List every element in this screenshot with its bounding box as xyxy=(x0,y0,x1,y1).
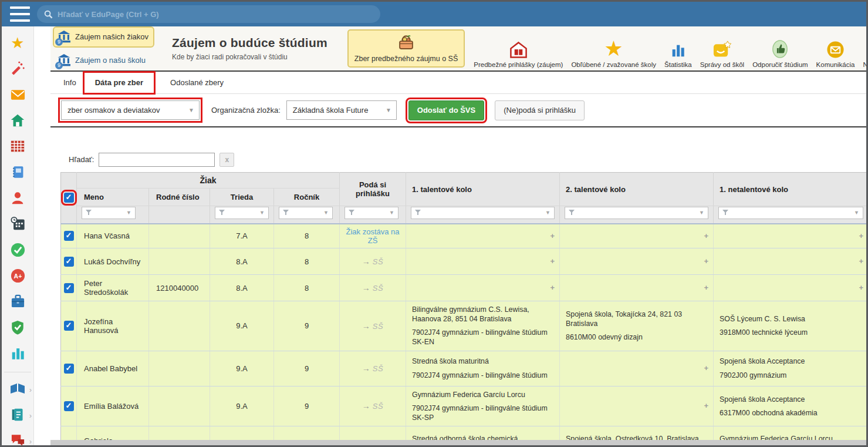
global-search-input[interactable] xyxy=(58,10,373,19)
kolo3-cell[interactable]: Spojená škola Acceptance6317M00 obchodná… xyxy=(714,386,866,426)
filter-meno[interactable]: ▼ xyxy=(77,206,149,224)
add-icon[interactable]: + xyxy=(704,231,708,241)
col-header-rodne-cislo[interactable]: Rodné číslo xyxy=(149,189,210,206)
col-header-meno[interactable]: Meno xyxy=(77,189,149,206)
col-header-kolo1[interactable]: 1. talentové kolo xyxy=(406,173,560,206)
clear-search-icon[interactable]: x xyxy=(219,153,234,167)
tool-communication[interactable]: Komunikácia xyxy=(816,29,855,68)
substitution-person-icon[interactable] xyxy=(9,190,26,206)
tool-collect-preliminary-interest[interactable]: Zber predbežného záujmu o SŠ xyxy=(347,29,465,68)
calendar-clock-icon[interactable] xyxy=(9,216,26,232)
col-header-kolo2[interactable]: 2. talentové kolo xyxy=(560,173,714,206)
row-checkbox[interactable] xyxy=(64,321,74,331)
status-ss[interactable]: →SŠ xyxy=(340,301,406,351)
filter-kolo1[interactable]: ▼ xyxy=(406,206,560,224)
status-ss[interactable]: →SŠ xyxy=(340,351,406,386)
kolo2-cell[interactable]: + xyxy=(560,386,714,426)
tool-label: Nastavenia xyxy=(863,61,866,68)
filter-kolo3[interactable]: ▼ xyxy=(714,206,866,224)
row-checkbox[interactable] xyxy=(64,231,74,241)
status-stays-link[interactable]: Žiak zostáva na ZŠ xyxy=(346,227,399,245)
kolo3-cell[interactable]: + xyxy=(714,248,866,275)
tab-info[interactable]: Info xyxy=(54,74,86,92)
kolo2-cell[interactable]: + xyxy=(560,275,714,301)
home-icon[interactable] xyxy=(9,112,26,129)
discussion-bubbles-icon[interactable]: › xyxy=(9,432,26,445)
add-icon[interactable]: + xyxy=(704,364,708,374)
horizontal-scrollbar[interactable] xyxy=(50,440,866,445)
kolo3-cell[interactable]: Spojená škola Acceptance7902J00 gymnáziu… xyxy=(714,351,866,386)
filter-poda[interactable]: ▼ xyxy=(340,206,406,224)
kolo3-cell[interactable]: SOŠ Lýceum C. S. Lewisa3918M00 technické… xyxy=(714,301,866,351)
kolo1-cell[interactable]: Stredná škola maturitná7902J74 gymnázium… xyxy=(406,351,560,386)
kolo3-cell[interactable]: + xyxy=(714,224,866,248)
filter-kolo2[interactable]: ▼ xyxy=(560,206,714,224)
status-ss[interactable]: →SŠ xyxy=(340,386,406,426)
library-book-icon[interactable]: › xyxy=(9,381,26,397)
tab-odoslane-zbery[interactable]: Odoslané zbery xyxy=(161,74,233,92)
magic-wand-icon[interactable] xyxy=(9,61,26,77)
row-checkbox[interactable] xyxy=(64,257,74,267)
tab-data-pre-zber[interactable]: Dáta pre zber xyxy=(86,74,153,92)
add-icon[interactable]: + xyxy=(550,283,555,293)
add-icon[interactable]: + xyxy=(550,257,555,267)
mail-icon[interactable] xyxy=(9,86,26,103)
add-icon[interactable]: + xyxy=(704,283,708,293)
send-to-svs-button[interactable]: Odoslať do ŠVS xyxy=(408,100,484,120)
add-icon[interactable]: + xyxy=(859,257,863,267)
kolo1-cell[interactable]: + xyxy=(406,248,560,275)
kolo2-cell[interactable]: + xyxy=(560,248,714,275)
kolo2-cell[interactable]: Spojená škola, Tokajícka 24, 821 03 Brat… xyxy=(560,301,714,351)
global-search[interactable] xyxy=(37,5,380,23)
attendance-check-icon[interactable] xyxy=(9,241,26,258)
kolo2-cell[interactable]: + xyxy=(560,351,714,386)
col-header-poda[interactable]: Podá si prihlášku xyxy=(340,173,406,206)
statistics-bars-icon[interactable] xyxy=(9,345,26,361)
select-all-checkbox[interactable] xyxy=(64,193,74,203)
tool-favorite-schools[interactable]: ★ Obľúbené / zvažované školy xyxy=(571,29,656,68)
kolo1-cell[interactable]: Bilingválne gymnázium C.S. Lewisa, Haano… xyxy=(406,301,560,351)
add-icon[interactable]: + xyxy=(550,231,555,241)
grade-cell: 8 xyxy=(274,275,340,301)
tool-preliminary-applications[interactable]: Predbežné prihlášky (záujem) xyxy=(474,29,563,68)
add-icon[interactable]: + xyxy=(859,283,863,293)
add-icon[interactable]: + xyxy=(859,231,863,241)
notebook-icon[interactable] xyxy=(9,164,26,180)
shield-check-icon[interactable] xyxy=(9,319,26,335)
kolo1-cell[interactable]: + xyxy=(406,275,560,301)
tool-settings[interactable]: ⚙⚙ Nastavenia xyxy=(863,29,866,68)
col-header-trieda[interactable]: Trieda xyxy=(210,189,274,206)
reports-doc-icon[interactable]: › xyxy=(9,406,26,423)
nav-our-students-interest[interactable]: 9 Záujem našich žiakov xyxy=(53,26,154,48)
timetable-grid-icon[interactable] xyxy=(9,138,26,154)
kolo1-cell[interactable]: Gymnázium Federica Garcíu Lorcu7902J74 g… xyxy=(406,386,560,426)
col-header-kolo3[interactable]: 1. netalentové kolo xyxy=(714,173,866,206)
tool-recommend-study[interactable]: Odporučiť štúdium xyxy=(752,29,808,68)
row-checkbox[interactable] xyxy=(64,283,74,293)
row-checkbox[interactable] xyxy=(64,364,74,374)
student-name: Jozefína Hanusová xyxy=(77,301,149,351)
add-icon[interactable]: + xyxy=(704,257,708,267)
filter-rocnik[interactable]: ▼ xyxy=(274,206,340,224)
tool-messages-from-schools[interactable]: Správy od škôl xyxy=(700,29,744,68)
row-checkbox[interactable] xyxy=(64,401,74,411)
optout-application-button[interactable]: (Ne)podá si prihlášku xyxy=(495,100,585,120)
collection-select[interactable]: zber osmakov a deviatakov ▼ xyxy=(61,100,200,120)
briefcase-icon[interactable] xyxy=(9,293,26,310)
add-icon[interactable]: + xyxy=(704,401,708,411)
nav-interest-in-our-school[interactable]: 9 Záujem o našu školu xyxy=(53,50,154,71)
org-unit-select[interactable]: Základná škola Future ▼ xyxy=(286,100,397,120)
grades-aplus-icon[interactable]: A+ xyxy=(9,267,26,284)
kolo2-cell[interactable]: + xyxy=(560,224,714,248)
table-search-input[interactable] xyxy=(99,153,215,167)
filter-trieda[interactable]: ▼ xyxy=(210,206,274,224)
status-ss[interactable]: →SŠ xyxy=(340,248,406,275)
star-icon[interactable]: ★ xyxy=(9,35,26,51)
status-ss[interactable]: →SŠ xyxy=(340,275,406,301)
kolo1-cell[interactable]: + xyxy=(406,224,560,248)
hamburger-menu-icon[interactable] xyxy=(10,6,30,22)
tool-statistics[interactable]: Štatistika xyxy=(664,29,692,68)
kolo3-cell[interactable]: + xyxy=(714,275,866,301)
col-header-rocnik[interactable]: Ročník xyxy=(274,189,340,206)
tool-label: Odporučiť štúdium xyxy=(752,61,808,68)
